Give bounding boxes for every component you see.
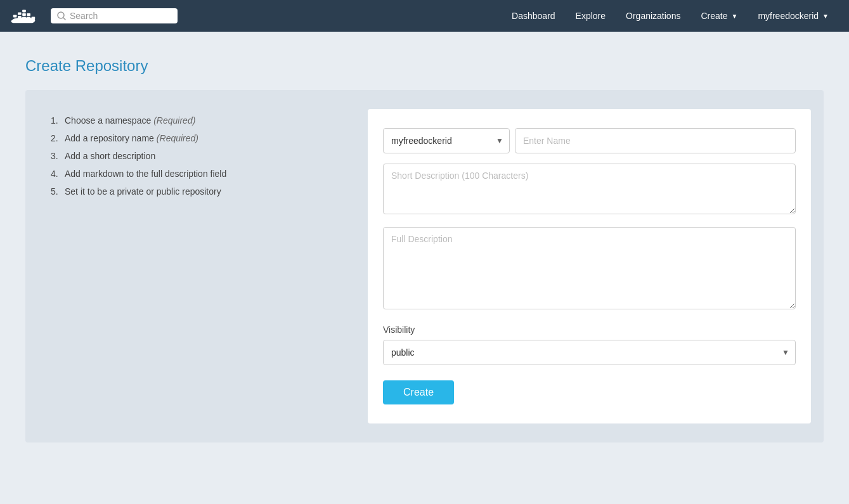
nav-username: myfreedockerid [758,11,819,21]
nav-user[interactable]: myfreedockerid ▼ [748,0,839,32]
svg-rect-1 [18,12,22,15]
step-4: Add markdown to the full description fie… [51,169,355,179]
step-3-text: Add a short description [65,151,155,161]
step-2: Add a repository name (Required) [51,133,355,143]
svg-rect-4 [22,13,26,16]
search-icon [57,11,66,20]
logo[interactable] [10,3,36,29]
nav-dashboard[interactable]: Dashboard [502,0,566,32]
create-repo-form: myfreedockerid ▼ Visibility public priva… [368,109,811,423]
nav-organizations[interactable]: Organizations [616,0,690,32]
svg-rect-0 [13,15,17,17]
step-3: Add a short description [51,151,355,161]
page-title: Create Repository [25,57,824,75]
repo-name-input[interactable] [515,128,796,153]
step-2-text: Add a repository name [65,133,154,143]
svg-line-10 [63,18,65,20]
step-4-text: Add markdown to the full description fie… [65,169,226,179]
namespace-select[interactable]: myfreedockerid [383,128,510,153]
short-description-input[interactable] [383,164,796,214]
create-dropdown-arrow: ▼ [731,13,737,20]
step-5: Set it to be a private or public reposit… [51,186,355,197]
nav-links: Dashboard Explore Organizations Create ▼… [502,0,839,32]
nav-explore[interactable]: Explore [566,0,616,32]
step-1: Choose a namespace (Required) [51,115,355,126]
step-5-text: Set it to be a private or public reposit… [65,186,221,197]
namespace-wrapper: myfreedockerid ▼ [383,128,510,153]
instructions-panel: Choose a namespace (Required) Add a repo… [38,109,368,423]
main-layout: Choose a namespace (Required) Add a repo… [25,90,824,443]
steps-list: Choose a namespace (Required) Add a repo… [51,115,355,197]
nav-create[interactable]: Create ▼ [690,0,748,32]
namespace-name-row: myfreedockerid ▼ [383,128,796,153]
navbar: Dashboard Explore Organizations Create ▼… [0,0,849,32]
step-1-text: Choose a namespace [65,115,151,126]
search-bar[interactable] [51,8,178,23]
visibility-label: Visibility [383,325,796,335]
svg-rect-6 [27,13,30,16]
user-dropdown-arrow: ▼ [822,13,829,20]
full-description-input[interactable] [383,227,796,309]
step-2-required: (Required) [157,133,198,143]
visibility-select[interactable]: public private [383,340,796,365]
page-content: Create Repository Choose a namespace (Re… [0,32,849,468]
step-1-required: (Required) [153,115,195,126]
visibility-wrapper: public private ▼ [383,340,796,365]
svg-rect-3 [22,10,26,12]
search-input[interactable] [70,11,171,21]
create-button[interactable]: Create [383,380,454,404]
